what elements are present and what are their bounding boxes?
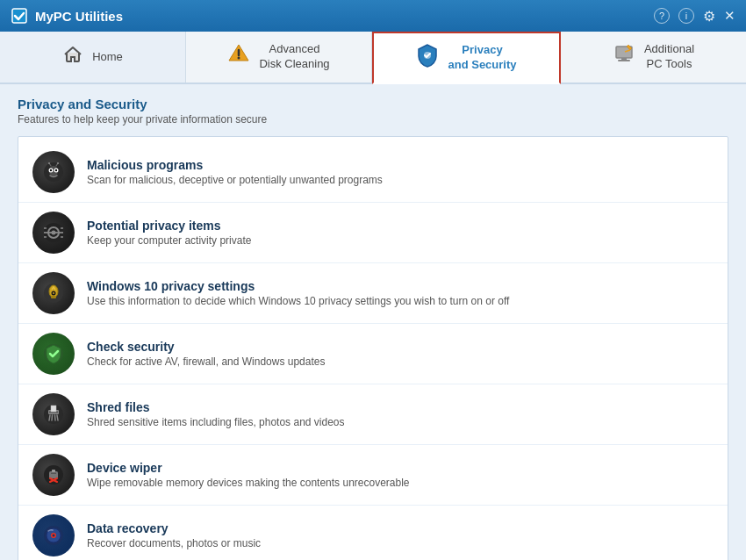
svg-point-17 — [48, 162, 50, 164]
shield-icon — [416, 43, 439, 73]
tools-icon — [613, 43, 635, 71]
title-bar-left: MyPC Utilities — [11, 7, 123, 25]
shred-text: Shred files Shred sensitive items includ… — [87, 400, 714, 428]
app-title: MyPC Utilities — [35, 9, 123, 24]
svg-line-37 — [52, 415, 53, 420]
svg-point-13 — [50, 169, 52, 171]
feature-list: Malicious programs Scan for malicious, d… — [18, 136, 728, 560]
page-subtitle: Features to help keep your private infor… — [18, 113, 728, 126]
device-title: Device wiper — [87, 461, 714, 475]
svg-line-36 — [49, 415, 50, 420]
malicious-icon — [32, 151, 75, 193]
malicious-desc: Scan for malicious, deceptive or potenti… — [87, 174, 714, 186]
tab-home[interactable]: Home — [0, 32, 186, 83]
svg-line-38 — [55, 415, 56, 420]
security-text: Check security Check for active AV, fire… — [87, 340, 714, 368]
title-bar: MyPC Utilities ? i ⚙ ✕ — [0, 0, 746, 32]
privacy-title: Potential privacy items — [87, 219, 714, 233]
privacy-text: Potential privacy items Keep your comput… — [87, 219, 714, 247]
list-item-privacy[interactable]: Potential privacy items Keep your comput… — [18, 203, 728, 263]
tab-pc-tools[interactable]: AdditionalPC Tools — [561, 32, 746, 83]
windows-desc: Use this information to decide which Win… — [87, 295, 714, 307]
device-text: Device wiper Wipe removable memory devic… — [87, 461, 714, 489]
data-text: Data recovery Recover documents, photos … — [87, 521, 714, 549]
list-item-windows[interactable]: Windows 10 privacy settings Use this inf… — [18, 263, 728, 324]
security-icon — [32, 333, 75, 375]
tab-tools-label: AdditionalPC Tools — [644, 42, 694, 72]
list-item-data[interactable]: Data recovery Recover documents, photos … — [18, 506, 728, 560]
list-item-device[interactable]: Device wiper Wipe removable memory devic… — [18, 445, 728, 506]
svg-point-3 — [238, 57, 240, 60]
svg-point-31 — [53, 292, 54, 294]
shred-desc: Shred sensitive items including files, p… — [87, 416, 714, 428]
disk-icon — [227, 43, 250, 71]
info-icon[interactable]: i — [678, 8, 694, 24]
tab-privacy-security[interactable]: Privacyand Security — [372, 32, 561, 84]
malicious-title: Malicious programs — [87, 158, 714, 172]
svg-rect-42 — [49, 471, 58, 478]
data-desc: Recover documents, photos or music — [87, 537, 714, 549]
privacy-icon — [32, 212, 75, 254]
device-icon — [32, 454, 75, 496]
help-icon[interactable]: ? — [654, 8, 670, 24]
malicious-text: Malicious programs Scan for malicious, d… — [87, 158, 714, 186]
svg-rect-43 — [52, 470, 55, 472]
app-logo — [11, 7, 28, 25]
svg-point-50 — [53, 535, 55, 537]
data-title: Data recovery — [87, 521, 714, 535]
svg-rect-40 — [51, 406, 56, 412]
svg-rect-29 — [51, 296, 56, 298]
svg-point-14 — [55, 169, 57, 171]
list-item-security[interactable]: Check security Check for active AV, fire… — [18, 324, 728, 384]
windows-icon — [32, 272, 75, 314]
svg-rect-44 — [51, 473, 56, 475]
tab-disk-label: AdvancedDisk Cleaning — [259, 42, 329, 72]
svg-point-18 — [57, 162, 59, 164]
windows-title: Windows 10 privacy settings — [87, 279, 714, 293]
shred-title: Shred files — [87, 400, 714, 414]
list-item-malicious[interactable]: Malicious programs Scan for malicious, d… — [18, 142, 728, 203]
svg-line-39 — [57, 415, 58, 420]
tab-home-label: Home — [92, 50, 123, 65]
close-icon[interactable]: ✕ — [724, 8, 735, 24]
settings-icon[interactable]: ⚙ — [703, 8, 715, 25]
windows-text: Windows 10 privacy settings Use this inf… — [87, 279, 714, 307]
shred-icon — [32, 393, 75, 435]
tab-disk-cleaning[interactable]: AdvancedDisk Cleaning — [186, 32, 372, 83]
data-icon — [32, 514, 75, 556]
security-title: Check security — [87, 340, 714, 354]
page-title: Privacy and Security — [18, 97, 728, 111]
nav-bar: Home AdvancedDisk Cleaning Privacyand Se… — [0, 32, 746, 84]
title-bar-controls: ? i ⚙ ✕ — [654, 8, 735, 25]
device-desc: Wipe removable memory devices making the… — [87, 477, 714, 489]
list-item-shred[interactable]: Shred files Shred sensitive items includ… — [18, 384, 728, 445]
home-icon — [62, 44, 83, 70]
tab-privacy-label: Privacyand Security — [448, 43, 516, 73]
content-area: Privacy and Security Features to help ke… — [0, 84, 746, 560]
privacy-desc: Keep your computer activity private — [87, 234, 714, 247]
security-desc: Check for active AV, firewall, and Windo… — [87, 355, 714, 368]
